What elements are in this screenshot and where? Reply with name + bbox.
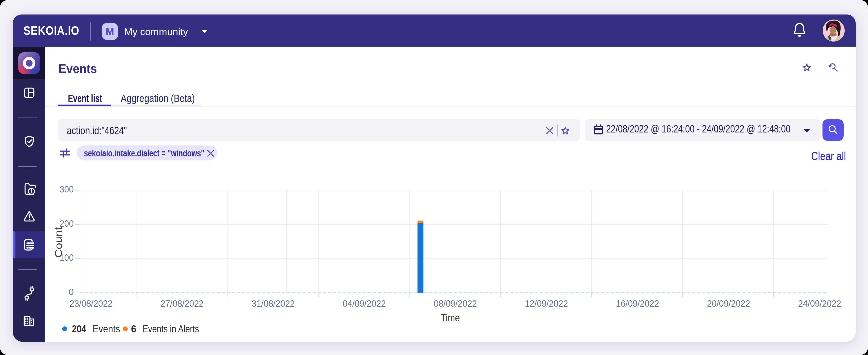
- svg-text:12/09/2022: 12/09/2022: [525, 298, 568, 309]
- svg-text:204: 204: [72, 323, 86, 334]
- svg-text:Events in Alerts: Events in Alerts: [143, 323, 199, 334]
- svg-text:24/09/2022: 24/09/2022: [798, 298, 841, 309]
- svg-text:Time: Time: [441, 312, 460, 324]
- svg-text:0: 0: [69, 287, 74, 297]
- svg-text:Count: Count: [53, 227, 64, 258]
- svg-text:16/09/2022: 16/09/2022: [616, 298, 659, 309]
- svg-text:20/09/2022: 20/09/2022: [707, 298, 750, 309]
- svg-text:Events: Events: [93, 323, 120, 334]
- svg-text:27/08/2022: 27/08/2022: [160, 298, 204, 309]
- svg-text:300: 300: [60, 184, 74, 194]
- svg-text:31/08/2022: 31/08/2022: [252, 298, 295, 309]
- svg-text:04/09/2022: 04/09/2022: [343, 298, 386, 309]
- svg-text:6: 6: [131, 323, 136, 334]
- svg-text:08/09/2022: 08/09/2022: [434, 298, 477, 309]
- svg-text:23/08/2022: 23/08/2022: [69, 298, 113, 309]
